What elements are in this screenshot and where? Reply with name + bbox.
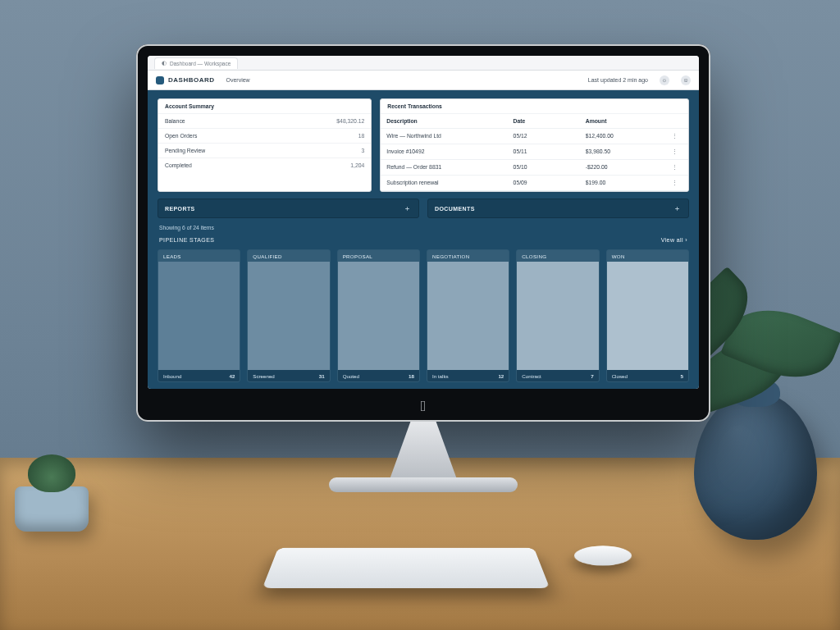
reports-banner[interactable]: REPORTS ＋ xyxy=(158,199,419,218)
cell: 05/12 xyxy=(508,129,580,144)
summary-row: Completed 1,204 xyxy=(158,158,371,172)
tile-body xyxy=(248,262,329,370)
cards-row: Account Summary Balance $48,320.12 Open … xyxy=(158,98,689,192)
pipeline-tile[interactable]: CLOSING Contract 7 xyxy=(516,249,599,382)
tile-name: In talks xyxy=(432,373,449,379)
tile-name: Contract xyxy=(522,373,541,379)
summary-row: Open Orders 18 xyxy=(158,129,371,144)
cell: Refund — Order 8831 xyxy=(381,160,507,176)
summary-row: Balance $48,320.12 xyxy=(158,114,371,129)
browser-chrome: ◐ Dashboard — Workspace xyxy=(148,56,699,71)
row-menu-icon[interactable]: ⋮ xyxy=(661,160,688,176)
succulent xyxy=(28,454,75,492)
summary-row-label: Balance xyxy=(165,118,185,124)
row-menu-icon[interactable]: ⋮ xyxy=(661,144,688,160)
logo-icon xyxy=(156,76,164,84)
cell: $3,980.50 xyxy=(580,144,661,160)
monitor-foot xyxy=(329,477,518,492)
pipeline-tile[interactable]: LEADS Inbound 42 xyxy=(158,249,240,382)
pipeline-tile[interactable]: QUALIFIED Screened 31 xyxy=(247,249,330,382)
row-menu-icon[interactable]: ⋮ xyxy=(661,129,688,144)
globe-icon: ◐ xyxy=(162,60,167,66)
activity-title: Recent Transactions xyxy=(381,99,688,114)
tile-stage: NEGOTIATION xyxy=(427,250,509,262)
nav-overview[interactable]: Overview xyxy=(226,77,250,83)
browser-tab[interactable]: ◐ Dashboard — Workspace xyxy=(154,57,238,69)
scene-photo: ◐ Dashboard — Workspace DASHBOARD Overvi… xyxy=(0,0,840,630)
cell: 05/10 xyxy=(508,160,580,176)
tile-footer: Inbound 42 xyxy=(158,370,240,381)
brand-text: DASHBOARD xyxy=(168,76,215,84)
activity-table: Description Date Amount Wire — Northwind… xyxy=(381,114,688,191)
summary-title: Account Summary xyxy=(158,99,371,114)
app-header: DASHBOARD Overview Last updated 2 min ag… xyxy=(148,71,699,90)
bell-icon[interactable]: ☼ xyxy=(660,75,669,85)
tile-footer: In talks 12 xyxy=(427,370,509,381)
brand[interactable]: DASHBOARD xyxy=(156,76,215,84)
tile-count: 5 xyxy=(681,373,683,379)
pipeline-tile[interactable]: NEGOTIATION In talks 12 xyxy=(427,249,509,382)
col-description: Description xyxy=(381,114,507,129)
tile-stage: PROPOSAL xyxy=(338,250,419,262)
plant-pot xyxy=(15,486,89,532)
view-all-link[interactable]: View all › xyxy=(661,237,687,243)
cell: Subscription renewal xyxy=(381,176,507,191)
tile-footer: Quoted 18 xyxy=(338,370,419,381)
tile-count: 31 xyxy=(319,373,325,379)
reports-label: REPORTS xyxy=(165,206,195,212)
tiles-header-label: PIPELINE STAGES xyxy=(159,237,214,243)
cell: Invoice #10492 xyxy=(381,144,507,160)
tile-count: 42 xyxy=(229,373,235,379)
tile-stage: WON xyxy=(607,250,688,262)
tile-count: 18 xyxy=(409,373,414,379)
tab-title: Dashboard — Workspace xyxy=(170,61,231,66)
plus-icon[interactable]: ＋ xyxy=(673,204,682,212)
documents-label: DOCUMENTS xyxy=(435,206,475,212)
summary-row-value: 18 xyxy=(358,133,365,139)
workspace: Account Summary Balance $48,320.12 Open … xyxy=(148,90,699,389)
tile-stage: QUALIFIED xyxy=(248,250,329,262)
tile-stage: LEADS xyxy=(158,250,240,262)
tiles-header: PIPELINE STAGES View all › xyxy=(158,237,689,243)
tile-body xyxy=(158,262,240,370)
summary-row-value: 3 xyxy=(362,148,365,153)
summary-row-value: $48,320.12 xyxy=(336,118,364,124)
tile-stage: CLOSING xyxy=(517,250,598,262)
col-actions xyxy=(661,114,688,129)
row-menu-icon[interactable]: ⋮ xyxy=(661,176,688,191)
col-amount: Amount xyxy=(580,114,661,129)
tile-name: Closed xyxy=(612,373,628,379)
banners-row: REPORTS ＋ DOCUMENTS ＋ xyxy=(158,199,689,218)
summary-card: Account Summary Balance $48,320.12 Open … xyxy=(158,98,372,192)
cell: Wire — Northwind Ltd xyxy=(381,129,507,144)
tile-count: 7 xyxy=(591,373,593,379)
tile-count: 12 xyxy=(498,373,504,379)
tiles-row: LEADS Inbound 42 QUALIFIED Screened 31 xyxy=(158,249,689,382)
summary-row-label: Open Orders xyxy=(165,133,197,139)
tile-footer: Screened 31 xyxy=(248,370,329,381)
status-text: Last updated 2 min ago xyxy=(588,77,648,83)
user-avatar[interactable]: ☺ xyxy=(681,75,691,85)
summary-row-label: Completed xyxy=(165,162,192,168)
pipeline-tile[interactable]: WON Closed 5 xyxy=(606,249,689,382)
summary-row-label: Pending Review xyxy=(165,148,205,153)
tile-body xyxy=(607,262,688,370)
activity-card: Recent Transactions Description Date Amo… xyxy=(380,98,689,192)
summary-row-value: 1,204 xyxy=(350,162,364,168)
cell: $199.00 xyxy=(580,176,661,191)
vase xyxy=(694,392,817,540)
keyboard xyxy=(262,548,550,588)
plus-icon[interactable]: ＋ xyxy=(404,204,412,212)
cell: 05/09 xyxy=(508,176,580,191)
pipeline-tile[interactable]: PROPOSAL Quoted 18 xyxy=(337,249,420,382)
documents-banner[interactable]: DOCUMENTS ＋ xyxy=(427,199,689,218)
cell: $12,400.00 xyxy=(580,129,661,144)
tile-name: Screened xyxy=(253,373,275,379)
tile-body xyxy=(338,262,419,370)
col-date: Date xyxy=(508,114,580,129)
tile-body xyxy=(427,262,509,370)
tile-body xyxy=(517,262,598,370)
subnote: Showing 6 of 24 items xyxy=(158,225,689,231)
tile-footer: Contract 7 xyxy=(517,370,598,381)
cell: 05/11 xyxy=(508,144,580,160)
